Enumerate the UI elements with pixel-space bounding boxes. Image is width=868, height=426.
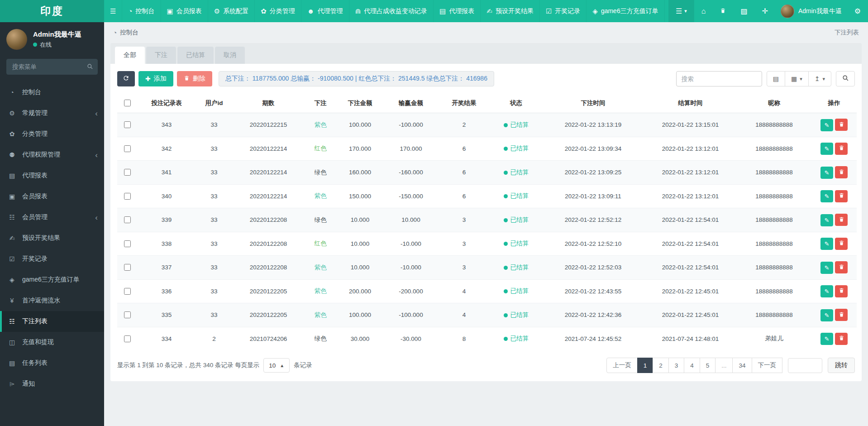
top-nav-item-game6三方充值订单[interactable]: ◈game6三方充值订单 — [587, 0, 664, 22]
sidebar-item-下注列表[interactable]: ☷下注列表 — [0, 311, 104, 332]
sidebar-item-任务列表[interactable]: ▤任务列表 — [0, 353, 104, 373]
edit-row-button[interactable]: ✎ — [820, 167, 833, 179]
cell-status: 已结算 — [490, 256, 542, 280]
sidebar-search-input[interactable] — [6, 59, 98, 75]
edit-row-button[interactable]: ✎ — [820, 285, 833, 297]
sidebar-item-预设开奖结果[interactable]: ✍预设开奖结果 — [0, 228, 104, 249]
sidebar-item-会员管理[interactable]: ☷会员管理‹ — [0, 207, 104, 228]
edit-row-button[interactable]: ✎ — [820, 190, 833, 202]
fullscreen-button[interactable]: ✛ — [755, 0, 775, 22]
top-nav-item-代理报表[interactable]: ▤代理报表 — [434, 0, 481, 22]
sidebar-item-会员报表[interactable]: ▣会员报表 — [0, 186, 104, 207]
page-button-4[interactable]: 4 — [684, 358, 700, 373]
page-button-3[interactable]: 3 — [668, 358, 685, 373]
row-checkbox[interactable] — [124, 240, 131, 247]
delete-row-button[interactable] — [835, 214, 848, 226]
sidebar-item-代理报表[interactable]: ▤代理报表 — [0, 165, 104, 186]
grid-view-button[interactable]: ▦▾ — [785, 71, 809, 86]
delete-row-button[interactable] — [835, 261, 848, 273]
cell-record-id: 335 — [137, 303, 196, 327]
top-nav-item-系统配置[interactable]: ⚙系统配置 — [208, 0, 255, 22]
tab-取消[interactable]: 取消 — [215, 47, 245, 64]
row-checkbox[interactable] — [124, 216, 131, 223]
table-search-input[interactable] — [676, 71, 762, 86]
panel-body: ✚添加 删除 总下注： 1187755.000 总输赢： -910080.500… — [110, 64, 862, 381]
trash-icon — [720, 7, 726, 15]
delete-row-button[interactable] — [835, 285, 848, 297]
top-nav-item-代理管理[interactable]: ☻代理管理 — [301, 0, 349, 22]
add-button[interactable]: ✚添加 — [138, 71, 173, 86]
tab-下注[interactable]: 下注 — [146, 47, 176, 64]
export-button[interactable]: ↥▾ — [808, 71, 831, 86]
delete-row-button[interactable] — [835, 309, 848, 321]
sidebar-item-常规管理[interactable]: ⚙常规管理‹ — [0, 103, 104, 124]
row-checkbox[interactable] — [124, 311, 131, 318]
sidebar-item-game6三方充值订单[interactable]: ◈game6三方充值订单 — [0, 269, 104, 290]
delete-row-button[interactable] — [835, 333, 848, 345]
sidebar-item-代理权限管理[interactable]: ⚉代理权限管理‹ — [0, 144, 104, 165]
toggle-columns-button[interactable]: ▤ — [767, 71, 785, 86]
breadcrumb[interactable]: ◔ 控制台 — [113, 29, 138, 37]
row-checkbox[interactable] — [124, 169, 131, 176]
top-nav-item-开奖记录[interactable]: ☑开奖记录 — [540, 0, 587, 22]
cell-actions: ✎ — [811, 161, 857, 185]
edit-row-button[interactable]: ✎ — [820, 238, 833, 250]
row-checkbox[interactable] — [124, 121, 131, 128]
home-button[interactable]: ⌂ — [694, 0, 713, 22]
tab-已结算[interactable]: 已结算 — [177, 47, 214, 64]
bet-color-label: 紫色 — [315, 311, 327, 318]
edit-row-button[interactable]: ✎ — [820, 333, 833, 345]
row-checkbox[interactable] — [124, 288, 131, 295]
jump-page-input[interactable] — [788, 358, 822, 373]
sidebar-toggle[interactable]: ☰ — [104, 0, 122, 22]
menu-dropdown-button[interactable]: ☰▾ — [668, 0, 694, 22]
row-checkbox[interactable] — [124, 145, 131, 152]
delete-row-button[interactable] — [835, 143, 848, 155]
top-nav-item-预设开奖结果[interactable]: ✍预设开奖结果 — [481, 0, 540, 22]
delete-button[interactable]: 删除 — [177, 71, 212, 86]
settings-button[interactable]: ⚙ — [847, 0, 868, 22]
edit-row-button[interactable]: ✎ — [820, 262, 833, 274]
top-nav-item-分类管理[interactable]: ✿分类管理 — [255, 0, 301, 22]
edit-row-button[interactable]: ✎ — [820, 309, 833, 321]
prev-page-button[interactable]: 上一页 — [606, 358, 638, 373]
edit-row-button[interactable]: ✎ — [820, 214, 833, 226]
page-button-1[interactable]: 1 — [637, 358, 653, 373]
page-button-5[interactable]: 5 — [700, 358, 716, 373]
select-all-checkbox[interactable] — [124, 100, 131, 106]
page-button-2[interactable]: 2 — [653, 358, 669, 373]
delete-row-button[interactable] — [835, 190, 848, 202]
user-menu[interactable]: Admin我最牛逼 — [775, 0, 847, 22]
sidebar-item-控制台[interactable]: ◔控制台 — [0, 82, 104, 103]
top-nav-item-代理占成收益变动记录[interactable]: ⋒代理占成收益变动记录 — [349, 0, 434, 22]
logs-button[interactable]: ▨ — [733, 0, 754, 22]
delete-row-button[interactable] — [835, 166, 848, 178]
edit-row-button[interactable]: ✎ — [820, 143, 833, 155]
refresh-button[interactable] — [117, 71, 135, 86]
tab-全部[interactable]: 全部 — [115, 47, 145, 64]
sidebar-item-首冲返佣流水[interactable]: ¥首冲返佣流水 — [0, 290, 104, 311]
brand-logo[interactable]: 印度 — [0, 0, 104, 22]
edit-row-button[interactable]: ✎ — [820, 119, 833, 131]
page-size-select[interactable]: 10 ▲ — [263, 358, 290, 373]
sidebar-item-充值和提现[interactable]: ◫充值和提现 — [0, 332, 104, 353]
sidebar-menu: ◔控制台⚙常规管理‹✿分类管理⚉代理权限管理‹▤代理报表▣会员报表☷会员管理‹✍… — [0, 82, 104, 394]
page-button-34[interactable]: 34 — [732, 358, 752, 373]
delete-row-button[interactable] — [835, 238, 848, 250]
bet-color-label: 红色 — [315, 240, 327, 247]
sidebar-item-开奖记录[interactable]: ☑开奖记录 — [0, 249, 104, 269]
top-nav-item-控制台[interactable]: ◔控制台 — [122, 0, 161, 22]
row-checkbox[interactable] — [124, 264, 131, 271]
cell-amount: 160.000 — [336, 161, 384, 185]
trash-button[interactable] — [713, 0, 733, 22]
sidebar-item-分类管理[interactable]: ✿分类管理 — [0, 124, 104, 144]
delete-row-button[interactable] — [835, 119, 848, 131]
row-checkbox[interactable] — [124, 193, 131, 200]
sidebar: Admin我最牛逼 在线 ◔控制台⚙常规管理‹✿分类管理⚉代理权限管理‹▤代理报… — [0, 22, 104, 426]
sidebar-item-通知[interactable]: ⌲通知 — [0, 373, 104, 394]
search-button[interactable] — [836, 71, 855, 86]
jump-button[interactable]: 跳转 — [828, 358, 855, 373]
top-nav-item-会员报表[interactable]: ▣会员报表 — [161, 0, 208, 22]
row-checkbox[interactable] — [124, 335, 131, 342]
next-page-button[interactable]: 下一页 — [752, 358, 783, 373]
